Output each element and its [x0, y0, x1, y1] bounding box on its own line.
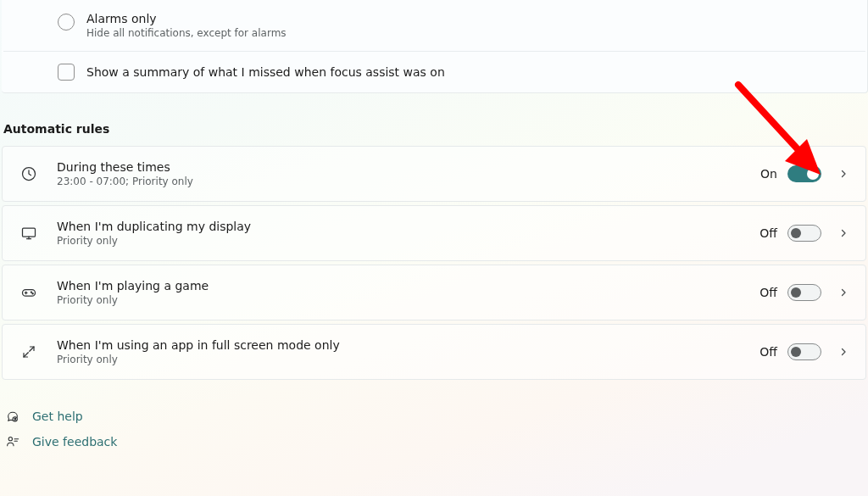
- rule-title: When I'm using an app in full screen mod…: [57, 338, 760, 352]
- rule-title: When I'm playing a game: [57, 279, 760, 293]
- gamepad-icon: [19, 283, 38, 302]
- rule-during-these-times[interactable]: During these times 23:00 - 07:00; Priori…: [2, 146, 866, 202]
- toggle-state-label: Off: [760, 226, 777, 240]
- rule-subtitle: Priority only: [57, 354, 760, 365]
- rule-playing-game[interactable]: When I'm playing a game Priority only Of…: [2, 265, 866, 320]
- option-title: Alarms only: [86, 12, 287, 25]
- clock-icon: [19, 164, 38, 183]
- rule-subtitle: Priority only: [57, 294, 760, 306]
- feedback-icon: [5, 435, 20, 449]
- chevron-right-icon[interactable]: [833, 282, 854, 303]
- toggle-fullscreen-app[interactable]: [787, 343, 821, 360]
- link-label: Get help: [32, 410, 83, 423]
- toggle-during-times[interactable]: [787, 165, 821, 182]
- toggle-state-label: Off: [760, 345, 777, 359]
- chevron-right-icon[interactable]: [833, 342, 854, 362]
- toggle-state-label: On: [760, 167, 777, 181]
- rule-fullscreen-app[interactable]: When I'm using an app in full screen mod…: [2, 324, 866, 380]
- expand-icon: [19, 343, 38, 361]
- toggle-duplicating-display[interactable]: [787, 225, 821, 242]
- chevron-right-icon[interactable]: [833, 164, 854, 184]
- svg-point-4: [32, 293, 33, 294]
- checkbox-label: Show a summary of what I missed when foc…: [86, 65, 445, 79]
- rule-duplicating-display[interactable]: When I'm duplicating my display Priority…: [2, 205, 866, 261]
- rule-subtitle: Priority only: [57, 235, 760, 247]
- svg-point-7: [8, 437, 12, 441]
- link-label: Give feedback: [32, 435, 117, 449]
- chevron-right-icon[interactable]: [833, 223, 854, 243]
- section-title-automatic-rules: Automatic rules: [3, 122, 868, 136]
- rule-subtitle: 23:00 - 07:00; Priority only: [57, 176, 760, 187]
- help-icon: ?: [5, 410, 20, 423]
- option-subtitle: Hide all notifications, except for alarm…: [86, 27, 287, 39]
- toggle-state-label: Off: [760, 286, 777, 299]
- help-links: ? Get help Give feedback: [5, 404, 868, 454]
- rule-title: When I'm duplicating my display: [57, 220, 760, 233]
- show-summary-row[interactable]: Show a summary of what I missed when foc…: [2, 52, 867, 92]
- monitor-icon: [19, 224, 38, 242]
- toggle-playing-game[interactable]: [787, 284, 821, 301]
- svg-text:?: ?: [14, 418, 16, 421]
- radio-icon: [58, 14, 75, 31]
- focus-assist-options-card: Alarms only Hide all notifications, exce…: [2, 0, 868, 93]
- get-help-link[interactable]: ? Get help: [5, 404, 868, 429]
- option-alarms-only[interactable]: Alarms only Hide all notifications, exce…: [2, 0, 867, 51]
- svg-point-3: [31, 292, 31, 293]
- rule-title: During these times: [57, 160, 760, 174]
- checkbox-icon[interactable]: [58, 64, 75, 81]
- give-feedback-link[interactable]: Give feedback: [5, 429, 868, 454]
- svg-rect-1: [23, 228, 36, 237]
